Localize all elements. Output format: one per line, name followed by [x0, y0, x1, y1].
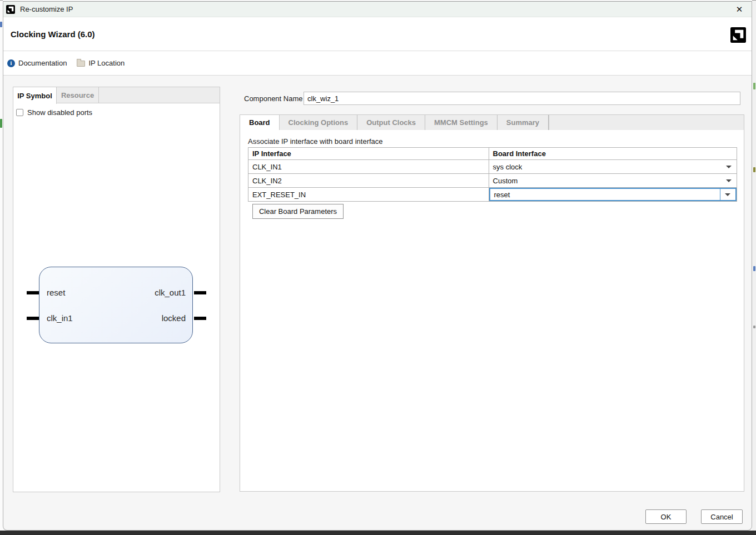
dropdown-arrow-icon [725, 193, 730, 196]
ip-symbol-block [39, 267, 193, 343]
table-header-row: IP Interface Board Interface [248, 148, 737, 160]
dropdown-arrow-icon [726, 166, 732, 168]
info-icon: i [7, 59, 15, 67]
documentation-label: Documentation [18, 59, 67, 67]
recustomize-ip-dialog: Re-customize IP ✕ Clocking Wizard (6.0) … [3, 1, 752, 531]
background-marker [753, 266, 755, 271]
dropdown-arrow-icon [726, 179, 732, 182]
background-marker [753, 83, 755, 89]
port-label-clk-in1: clk_in1 [47, 313, 73, 323]
board-interface-cell-ext-reset-in: reset [489, 188, 737, 202]
clear-board-parameters-button[interactable]: Clear Board Parameters [252, 204, 344, 219]
page-title: Clocking Wizard (6.0) [11, 29, 95, 39]
table-row: EXT_RESET_IN reset [248, 188, 737, 202]
table-row: CLK_IN1 sys clock [248, 160, 737, 174]
show-disabled-ports-row: Show disabled ports [16, 108, 92, 117]
dialog-header: Clocking Wizard (6.0) [3, 17, 752, 51]
tab-output-clocks[interactable]: Output Clocks [357, 115, 425, 131]
background-bottom-strip [0, 531, 756, 535]
close-icon[interactable]: ✕ [733, 4, 746, 15]
board-interface-table: IP Interface Board Interface CLK_IN1 sys… [248, 147, 737, 202]
background-app-right-sliver [752, 0, 756, 531]
cancel-button[interactable]: Cancel [701, 509, 743, 524]
left-panel-tabstrip: IP Symbol Resource [13, 87, 220, 103]
port-stub-reset [27, 291, 39, 294]
tab-mmcm-settings[interactable]: MMCM Settings [425, 115, 498, 131]
port-label-reset: reset [47, 288, 65, 298]
port-stub-clk-in1 [27, 317, 39, 320]
tab-board[interactable]: Board [240, 115, 280, 131]
background-marker [0, 119, 2, 128]
documentation-button[interactable]: i Documentation [7, 59, 67, 67]
board-interface-cell-clk-in2: Custom [489, 174, 737, 188]
folder-icon [77, 61, 85, 67]
ok-button[interactable]: OK [645, 509, 687, 524]
ip-location-label: IP Location [88, 59, 125, 67]
component-name-input[interactable] [304, 92, 740, 105]
port-stub-clk-out1 [194, 291, 206, 294]
dropdown-button[interactable] [720, 189, 735, 200]
ip-interface-cell-clk-in1[interactable]: CLK_IN1 [248, 160, 489, 174]
dialog-title: Re-customize IP [20, 5, 73, 13]
board-interface-combobox-clk-in1[interactable]: sys clock [489, 160, 737, 173]
ip-interface-cell-ext-reset-in[interactable]: EXT_RESET_IN [248, 188, 489, 202]
component-name-label: Component Name [244, 94, 303, 103]
board-tab-panel: Associate IP interface with board interf… [240, 130, 744, 492]
xilinx-logo-icon [6, 5, 15, 14]
column-header-ip-interface: IP Interface [248, 148, 489, 160]
settings-tabstrip: Board Clocking Options Output Clocks MMC… [240, 114, 744, 131]
tab-clocking-options[interactable]: Clocking Options [280, 115, 358, 131]
background-marker [0, 22, 2, 27]
board-interface-cell-clk-in1: sys clock [489, 160, 737, 174]
ip-interface-cell-clk-in2[interactable]: CLK_IN2 [248, 174, 489, 188]
port-label-locked: locked [162, 313, 186, 323]
column-header-board-interface: Board Interface [489, 148, 737, 160]
show-disabled-ports-checkbox[interactable] [16, 109, 23, 116]
dialog-titlebar: Re-customize IP ✕ [3, 2, 752, 17]
port-stub-locked [194, 317, 206, 320]
tab-resource[interactable]: Resource [57, 87, 99, 103]
tab-summary[interactable]: Summary [498, 115, 549, 131]
tab-ip-symbol[interactable]: IP Symbol [13, 87, 57, 104]
tabstrip-filler [549, 115, 744, 131]
background-marker [753, 167, 755, 172]
board-interface-combobox-ext-reset-in[interactable]: reset [489, 188, 737, 201]
ip-location-button[interactable]: IP Location [77, 59, 125, 67]
ip-symbol-panel: IP Symbol Resource Show disabled ports r… [13, 87, 220, 492]
dialog-toolbar: i Documentation IP Location [3, 51, 752, 76]
port-label-clk-out1: clk_out1 [155, 288, 186, 298]
background-marker [753, 326, 755, 328]
board-interface-combobox-clk-in2[interactable]: Custom [489, 174, 737, 187]
brand-logo-icon [730, 27, 746, 43]
associate-caption: Associate IP interface with board interf… [248, 137, 383, 146]
table-row: CLK_IN2 Custom [248, 174, 737, 188]
show-disabled-ports-label: Show disabled ports [27, 108, 92, 117]
